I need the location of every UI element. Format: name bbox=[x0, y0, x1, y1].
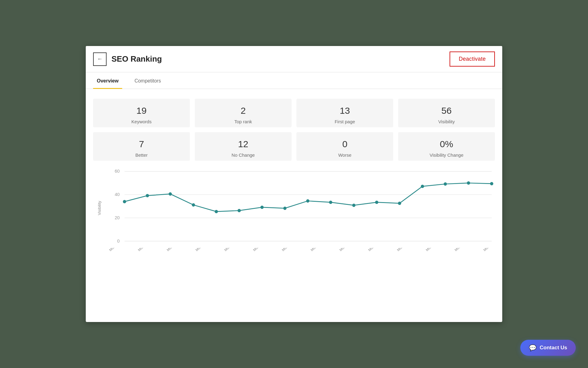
svg-point-21 bbox=[421, 185, 424, 188]
header: ← SEO Ranking Deactivate bbox=[86, 46, 502, 72]
x-label-2: Mon Oct 18. bbox=[166, 248, 185, 252]
keywords-label: Keywords bbox=[98, 119, 185, 124]
svg-point-12 bbox=[215, 210, 218, 213]
svg-point-24 bbox=[490, 182, 493, 186]
metric-worse: 0 Worse bbox=[296, 132, 393, 161]
svg-point-8 bbox=[123, 200, 126, 203]
tab-overview[interactable]: Overview bbox=[93, 73, 122, 89]
metric-first-page: 13 First page bbox=[296, 99, 393, 127]
x-label-1: Mon Oct 11. bbox=[137, 248, 156, 252]
svg-point-14 bbox=[260, 205, 264, 209]
svg-point-13 bbox=[238, 209, 241, 212]
x-label-13: Mo... bbox=[483, 248, 494, 252]
visibility-label: Visibility bbox=[403, 119, 490, 124]
svg-point-11 bbox=[192, 203, 195, 207]
no-change-value: 12 bbox=[200, 139, 287, 149]
metric-visibility-change: 0% Visibility Change bbox=[398, 132, 495, 161]
tab-competitors[interactable]: Competitors bbox=[131, 73, 164, 89]
x-label-6: Mon Nov 15. bbox=[281, 248, 300, 252]
page-title: SEO Ranking bbox=[111, 54, 162, 64]
svg-point-23 bbox=[467, 181, 470, 185]
first-page-value: 13 bbox=[301, 105, 388, 116]
metric-no-change: 12 No Change bbox=[195, 132, 292, 161]
svg-point-18 bbox=[352, 204, 356, 207]
svg-text:0: 0 bbox=[117, 238, 120, 243]
metric-better: 7 Better bbox=[93, 132, 190, 161]
svg-point-15 bbox=[283, 207, 287, 210]
visibility-change-value: 0% bbox=[403, 139, 490, 149]
x-label-0: Mon Oct 4. bbox=[108, 248, 128, 252]
y-axis-label: Visibility bbox=[97, 201, 102, 215]
header-left: ← SEO Ranking bbox=[93, 52, 162, 66]
x-label-4: Mon Nov 1. bbox=[224, 248, 243, 252]
keywords-value: 19 bbox=[98, 105, 185, 116]
x-label-7: Mon Nov 22. bbox=[310, 248, 329, 252]
main-content: 19 Keywords 2 Top rank 13 First page 56 … bbox=[86, 89, 502, 282]
svg-point-20 bbox=[398, 201, 401, 205]
contact-us-button[interactable]: 💬 Contact Us bbox=[520, 340, 576, 356]
svg-point-19 bbox=[375, 201, 379, 204]
svg-point-16 bbox=[306, 199, 310, 203]
svg-point-10 bbox=[169, 192, 172, 196]
visibility-value: 56 bbox=[403, 105, 490, 116]
better-value: 7 bbox=[98, 139, 185, 149]
visibility-chart: 60 40 20 0 bbox=[108, 168, 495, 248]
x-label-3: Mon Oct 25. bbox=[195, 248, 214, 252]
metric-visibility: 56 Visibility bbox=[398, 99, 495, 127]
worse-label: Worse bbox=[301, 152, 388, 158]
x-label-11: Mon Dec 20. bbox=[425, 248, 444, 252]
contact-us-label: Contact Us bbox=[540, 345, 567, 351]
first-page-label: First page bbox=[301, 119, 388, 124]
metrics-row-1: 19 Keywords 2 Top rank 13 First page 56 … bbox=[93, 99, 495, 127]
metric-keywords: 19 Keywords bbox=[93, 99, 190, 127]
svg-text:60: 60 bbox=[115, 168, 119, 174]
no-change-label: No Change bbox=[200, 152, 287, 158]
x-label-12: Mon Dec 27. bbox=[454, 248, 473, 252]
app-window: ← SEO Ranking Deactivate Overview Compet… bbox=[86, 46, 502, 322]
metric-top-rank: 2 Top rank bbox=[195, 99, 292, 127]
svg-point-9 bbox=[146, 194, 149, 197]
deactivate-button[interactable]: Deactivate bbox=[450, 52, 495, 67]
back-button[interactable]: ← bbox=[93, 52, 107, 66]
top-rank-value: 2 bbox=[200, 105, 287, 116]
svg-text:40: 40 bbox=[115, 192, 119, 197]
x-label-5: Mon Nov 8. bbox=[252, 248, 272, 252]
worse-value: 0 bbox=[301, 139, 388, 149]
x-label-10: Mon Dec 13. bbox=[396, 248, 416, 252]
x-label-9: Mon Dec 6. bbox=[368, 248, 387, 252]
x-label-8: Mon Nov 29. bbox=[339, 248, 358, 252]
back-icon: ← bbox=[97, 56, 103, 62]
visibility-change-label: Visibility Change bbox=[403, 152, 490, 158]
svg-point-17 bbox=[329, 201, 332, 204]
chart-container: Visibility 60 40 20 0 bbox=[93, 168, 495, 272]
better-label: Better bbox=[98, 152, 185, 158]
metrics-row-2: 7 Better 12 No Change 0 Worse 0% Visibil… bbox=[93, 132, 495, 161]
svg-point-22 bbox=[444, 182, 447, 186]
chat-icon: 💬 bbox=[529, 344, 537, 351]
svg-text:20: 20 bbox=[115, 215, 119, 220]
top-rank-label: Top rank bbox=[200, 119, 287, 124]
tabs-bar: Overview Competitors bbox=[86, 72, 502, 89]
